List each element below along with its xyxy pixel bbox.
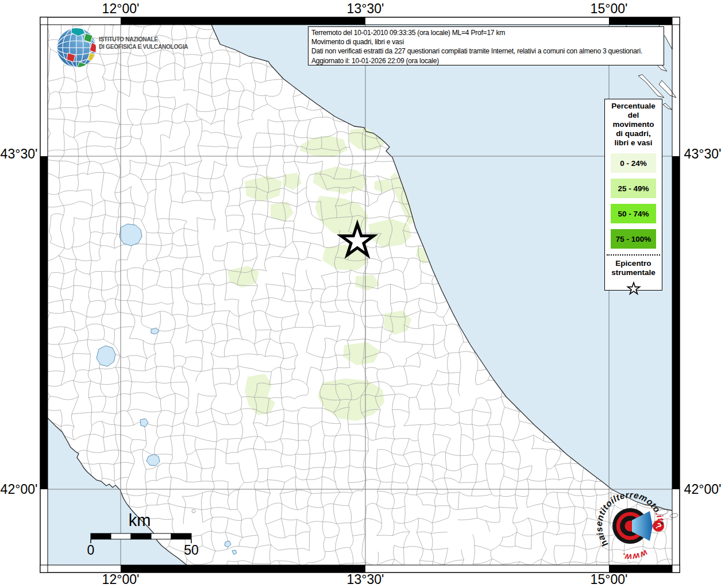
legend-title-line: Percentuale [605, 102, 662, 111]
axis-label-top-12: 12°00' [102, 1, 140, 17]
legend-swatch-label: 50 - 74% [618, 210, 649, 218]
axis-label-bottom-12: 12°00' [102, 572, 140, 587]
legend-epicenter-line: Epicentro [605, 259, 662, 268]
event-summary-line: Terremoto del 10-01-2010 09:33:35 (ora l… [311, 28, 661, 37]
legend-box: Percentuale del movimento di quadri, lib… [604, 99, 662, 291]
legend-title: Percentuale del movimento di quadri, lib… [605, 102, 662, 148]
legend-swatch-75-100: 75 - 100% [611, 229, 656, 249]
axis-label-left-4200: 42°00' [1, 482, 38, 497]
axis-label-bottom-15: 15°00' [591, 572, 628, 587]
scale-bar-unit: km [129, 511, 151, 530]
axis-label-right-4330: 43°30' [684, 146, 721, 162]
legend-title-line: di quadri, [605, 129, 662, 138]
scale-bar-segment [111, 533, 131, 539]
axis-label-bottom-1330: 13°30' [347, 572, 384, 587]
frame-corner-tile [40, 565, 48, 572]
frame-corner-tile [672, 565, 680, 572]
axis-label-left-4330: 43°30' [1, 146, 38, 162]
frame-corner-tile [672, 17, 680, 25]
ingv-logo-line1: ISTITUTO NAZIONALE [99, 36, 188, 43]
ingv-logo-line2: DI GEOFISICA E VULCANOLOGIA [99, 43, 188, 51]
legend-title-line: movimento [605, 120, 662, 129]
scale-bar-max: 50 [184, 543, 199, 558]
event-questionnaire-line: Dati non verificati estratti da 227 ques… [311, 47, 661, 56]
event-info-box: Terremoto del 10-01-2010 09:33:35 (ora l… [308, 26, 664, 65]
scale-bar-segment [131, 533, 151, 539]
legend-title-line: libri e vasi [605, 138, 662, 148]
axis-label-top-1330: 13°30' [347, 1, 384, 17]
legend-swatch-label: 0 - 24% [620, 159, 647, 168]
frame-black-segment [40, 156, 48, 489]
scale-bar-min: 0 [87, 543, 95, 558]
scale-bar-segment [91, 533, 111, 539]
event-effect-line: Movimento di quadri, libri e vasi [311, 37, 661, 47]
legend-swatch-0-24: 0 - 24% [611, 153, 656, 173]
legend-title-line: del [605, 111, 662, 120]
shakemap-page: ?haisentitoilterremoto.it®www. 12°00' 13… [0, 0, 721, 588]
frame-black-segment [121, 17, 365, 25]
axis-label-right-4200: 42°00' [684, 482, 721, 497]
legend-swatch-25-49: 25 - 49% [611, 179, 656, 198]
scale-bar-segment [171, 533, 191, 539]
legend-swatch-label: 25 - 49% [618, 184, 649, 193]
frame-black-segment [609, 17, 672, 25]
scale-bar-segment [151, 533, 171, 539]
legend-swatch-50-74: 50 - 74% [611, 204, 656, 223]
frame-black-segment [672, 156, 680, 489]
legend-swatch-label: 75 - 100% [616, 235, 651, 243]
star-outline-icon [605, 280, 662, 299]
ingv-logo[interactable]: ISTITUTO NAZIONALE DI GEOFISICA E VULCAN… [99, 36, 188, 51]
legend-epicenter-line: strumentale [605, 268, 662, 277]
legend-epicenter-label: Epicentro strumentale [605, 259, 662, 277]
islet [192, 509, 195, 513]
axis-label-top-15: 15°00' [591, 1, 628, 17]
event-updated-line: Aggiornato il: 10-01-2026 22:09 (ora loc… [311, 56, 661, 65]
legend-separator [607, 254, 660, 256]
frame-corner-tile [40, 17, 48, 25]
frame-black-segment [121, 565, 365, 572]
